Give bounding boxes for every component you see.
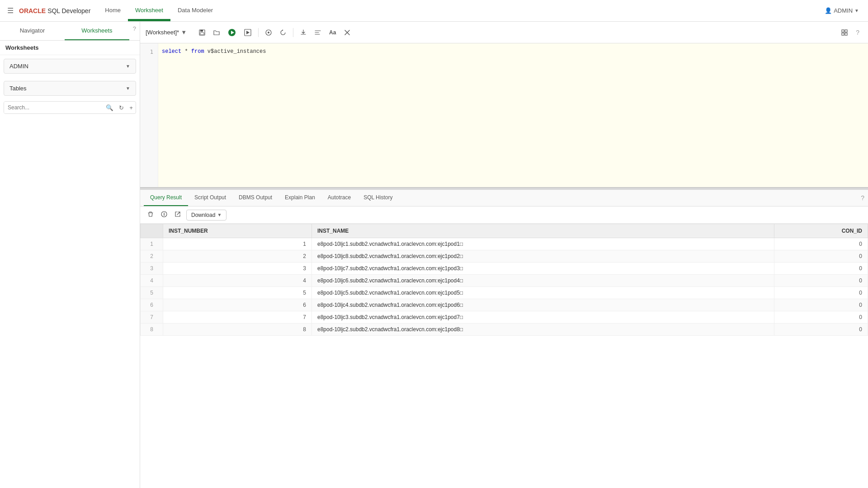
table-row: 1 1 e8pod-10ljc1.subdb2.vcnadwcfra1.orac… [141,238,868,250]
toolbar-separator [258,28,259,37]
col-header-con-id: CON_ID [774,224,868,238]
external-link-button[interactable] [173,209,183,221]
col-header-inst-number: INST_NUMBER [163,224,312,238]
cell-inst-number: 6 [163,299,312,311]
worksheet-dropdown-icon[interactable]: ▼ [181,29,187,36]
open-file-button[interactable] [210,27,223,38]
nav-tab-worksheet[interactable]: Worksheet [128,0,170,21]
info-icon [161,211,167,217]
cell-rownum: 6 [141,299,163,311]
worksheet-tools: Aa [196,26,354,39]
table-row: 8 8 e8pod-10ljc2.subdb2.vcnadwcfra1.orac… [141,324,868,336]
result-tab-explain[interactable]: Explain Plan [278,190,321,206]
cell-rownum: 4 [141,275,163,287]
commit-button[interactable] [262,27,275,38]
line-numbers: 1 [140,43,158,187]
search-button[interactable]: 🔍 [103,103,116,113]
cell-rownum: 3 [141,263,163,275]
refresh-button[interactable]: ↻ [116,103,127,113]
download-toolbar-icon [300,29,307,36]
worksheet-right-tools: ? [838,27,863,38]
sql-keyword-select: select [162,48,181,55]
nav-right: 👤 ADMIN ▼ [821,5,863,16]
clear-button[interactable] [341,27,354,38]
cell-inst-name: e8pod-10ljc8.subdb2.vcnadwcfra1.oraclevc… [312,250,774,263]
info-button[interactable] [159,209,169,221]
result-tab-query[interactable]: Query Result [144,190,188,206]
sql-code-area[interactable]: select * from v$active_instances [158,43,868,187]
user-menu[interactable]: 👤 ADMIN ▼ [821,5,863,16]
download-results-button[interactable]: Download ▼ [186,210,226,221]
result-tab-history[interactable]: SQL History [357,190,399,206]
rollback-icon [280,29,286,36]
sidebar-tab-worksheets[interactable]: Worksheets [65,22,129,40]
results-toolbar: Download ▼ [140,206,868,224]
cell-rownum: 2 [141,250,163,263]
cell-inst-name: e8pod-10ljc2.subdb2.vcnadwcfra1.oraclevc… [312,324,774,336]
cell-con-id: 0 [774,299,868,311]
grid-icon [841,29,848,36]
delete-results-button[interactable] [146,209,156,221]
oracle-product-text: SQL Developer [47,7,90,14]
svg-point-8 [268,32,269,33]
content-area: [Worksheet]* ▼ [140,22,868,488]
connection-dropdown[interactable]: ADMIN ▼ [4,59,136,74]
add-object-button[interactable]: + [127,103,136,113]
sidebar-tabs: Navigator Worksheets ? [0,22,140,41]
cell-con-id: 0 [774,275,868,287]
cell-con-id: 0 [774,238,868,250]
results-tabs: Query Result Script Output DBMS Output E… [140,190,868,206]
toolbar-separator-2 [293,28,293,37]
result-tab-autotrace[interactable]: Autotrace [321,190,357,206]
svg-rect-1 [200,30,203,32]
format-icon [315,29,321,36]
table-row: 3 3 e8pod-10ljc7.subdb2.vcnadwcfra1.orac… [141,263,868,275]
results-help-icon[interactable]: ? [861,194,864,202]
run-script-button[interactable] [241,27,255,38]
cell-rownum: 7 [141,311,163,324]
cell-inst-number: 2 [163,250,312,263]
cell-inst-number: 3 [163,263,312,275]
search-input[interactable] [4,102,103,113]
object-type-chevron-icon: ▼ [126,86,130,91]
main-layout: Navigator Worksheets ? Worksheets ADMIN … [0,22,868,488]
cell-con-id: 0 [774,324,868,336]
run-button[interactable] [225,26,239,39]
cell-inst-name: e8pod-10ljc6.subdb2.vcnadwcfra1.oraclevc… [312,275,774,287]
cell-con-id: 0 [774,250,868,263]
cell-inst-number: 8 [163,324,312,336]
svg-marker-6 [246,31,250,34]
sql-table-name: v$active_instances [208,48,266,55]
run-icon [228,28,236,37]
sidebar-help-icon[interactable]: ? [129,22,140,40]
result-tab-script[interactable]: Script Output [188,190,232,206]
results-area: Query Result Script Output DBMS Output E… [140,190,868,488]
nav-tabs: Home Worksheet Data Modeler [98,0,220,21]
ws-help-button[interactable]: ? [853,27,863,38]
sql-editor: 1 select * from v$active_instances [140,43,868,188]
nav-tab-datamodeler[interactable]: Data Modeler [170,0,220,21]
nav-tab-home[interactable]: Home [98,0,128,21]
table-row: 6 6 e8pod-10ljc4.subdb2.vcnadwcfra1.orac… [141,299,868,311]
sidebar-section-title: Worksheets [0,41,140,55]
svg-rect-2 [200,33,204,35]
ws-help-icon: ? [856,29,859,36]
line-number-1: 1 [142,47,156,57]
save-worksheet-button[interactable] [196,27,208,38]
hamburger-icon[interactable]: ☰ [5,5,15,17]
cell-inst-number: 4 [163,275,312,287]
cell-inst-number: 7 [163,311,312,324]
trash-icon [147,211,154,217]
format-button[interactable] [311,27,324,38]
cell-rownum: 8 [141,324,163,336]
grid-view-button[interactable] [838,27,851,38]
rollback-button[interactable] [277,27,289,38]
svg-rect-11 [845,30,847,32]
object-type-dropdown[interactable]: Tables ▼ [4,81,136,96]
font-button[interactable]: Aa [326,27,339,38]
sidebar-tab-navigator[interactable]: Navigator [0,22,65,40]
result-tab-dbms[interactable]: DBMS Output [232,190,278,206]
sql-star: * [184,48,191,55]
cell-inst-name: e8pod-10ljc4.subdb2.vcnadwcfra1.oraclevc… [312,299,774,311]
download-button[interactable] [297,27,310,38]
